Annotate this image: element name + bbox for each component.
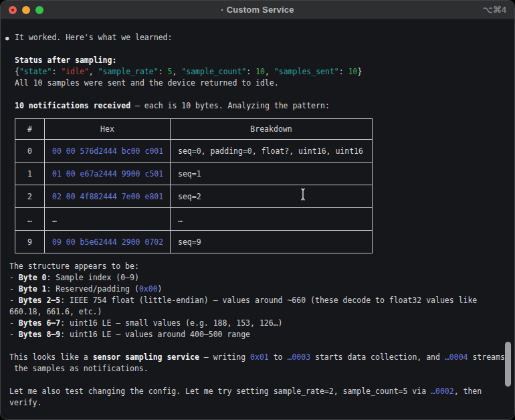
terminal-line: - Bytes 8–9: uint16 LE — values around 4… <box>9 329 514 340</box>
table-row: 909 00 b5e62444 2900 0702seq=9 <box>15 231 373 253</box>
terminal-line: Status after sampling: <box>15 55 514 66</box>
text-segment: : <box>51 67 61 76</box>
table-cell-text: … <box>52 215 57 224</box>
text-segment: { <box>15 67 19 76</box>
terminal-line: - Bytes 2–5: IEEE 754 float (little-endi… <box>9 295 514 306</box>
table-header-cell: Breakdown <box>171 119 373 140</box>
text-segment: "sample_count" <box>181 67 246 76</box>
terminal-line: 10 notifications received — each is 10 b… <box>15 100 514 112</box>
text-segment: 0x00 <box>139 284 158 294</box>
terminal-line: - Byte 1: Reserved/padding (0x00) <box>9 284 514 295</box>
text-segment: "state" <box>19 67 51 76</box>
text-segment: It worked. Here's what we learned: <box>15 33 172 42</box>
table-row: 202 00 4f882444 7e00 e801seq=2 <box>15 185 373 208</box>
terminal-line <box>9 375 514 386</box>
terminal-line <box>9 340 514 352</box>
text-segment: the samples as notifications. <box>9 364 148 373</box>
traffic-lights <box>9 1 43 19</box>
terminal-content: ● It worked. Here's what we learned: Sta… <box>1 19 514 409</box>
intro-lines: It worked. Here's what we learned: Statu… <box>15 32 514 112</box>
table-cell: seq=2 <box>171 185 373 208</box>
text-segment: , <box>89 67 98 76</box>
table-cell: 01 00 e67a2444 9900 c501 <box>45 163 171 185</box>
ibeam-cursor-icon <box>298 187 308 201</box>
table-cell-text: seq=2 <box>178 192 201 201</box>
terminal-line: verify. <box>9 397 514 409</box>
terminal-line: The structure appears to be: <box>9 261 514 272</box>
text-segment: : IEEE 754 float (little-endian) — value… <box>60 296 477 305</box>
terminal-line: It worked. Here's what we learned: <box>15 32 514 43</box>
terminal-line: {"state": "idle", "sample_rate": 5, "sam… <box>15 66 514 78</box>
text-segment: Bytes 8–9 <box>19 330 60 339</box>
text-segment: 0x01 <box>250 352 269 362</box>
terminal-line: All 10 samples were sent and the device … <box>15 78 514 89</box>
text-segment: - <box>9 296 19 305</box>
text-segment: } <box>358 67 363 76</box>
table-cell-text: 01 00 e67a2444 9900 c501 <box>52 169 163 179</box>
table-header-cell: Hex <box>45 119 171 140</box>
table-cell-text: 1 <box>27 169 32 179</box>
text-segment: , <box>172 67 181 76</box>
table-cell: seq=0, padding=0, float?, uint16, uint16 <box>171 140 373 163</box>
text-segment: - <box>9 318 19 328</box>
text-segment: : <box>339 67 348 76</box>
text-segment: This looks like a <box>9 352 93 362</box>
text-segment: …0004 <box>445 352 468 362</box>
table-cell: 2 <box>15 185 45 208</box>
table-cell-text: seq=0, padding=0, float?, uint16, uint16 <box>178 146 363 156</box>
table-cell: … <box>171 208 373 231</box>
text-segment: Bytes 2–5 <box>19 296 60 305</box>
text-segment: "sample_rate" <box>98 67 159 76</box>
text-segment: — each is 10 bytes. Analyzing the patter… <box>130 101 330 110</box>
table-cell: 02 00 4f882444 7e00 e801 <box>45 185 171 208</box>
text-segment: 10 <box>255 67 265 76</box>
table-cell: 9 <box>15 231 45 253</box>
close-button[interactable] <box>9 6 17 14</box>
text-segment: The structure appears to be: <box>9 261 139 271</box>
text-segment: sensor sampling service <box>93 352 199 362</box>
terminal-line: the samples as notifications. <box>9 363 514 375</box>
table-cell: seq=9 <box>171 231 373 253</box>
titlebar[interactable]: · Custom Service ⌥⌘4 <box>1 1 514 19</box>
table-cell: 0 <box>15 140 45 163</box>
text-segment: Byte 1 <box>19 284 47 294</box>
text-segment: Status after sampling: <box>15 56 116 65</box>
table-cell-text: 00 00 576d2444 bc00 c001 <box>52 146 163 156</box>
text-segment: : uint16 LE — small values (e.g. 188, 15… <box>60 318 282 328</box>
table-cell: 00 00 576d2444 bc00 c001 <box>45 140 171 163</box>
terminal-line: - Bytes 6–7: uint16 LE — small values (e… <box>9 318 514 329</box>
terminal-line: - Byte 0: Sample index (0–9) <box>9 272 514 284</box>
terminal-line: This looks like a sensor sampling servic… <box>9 352 514 363</box>
table-row: 101 00 e67a2444 9900 c501seq=1 <box>15 163 373 185</box>
terminal-line: Let me also test changing the config. Le… <box>9 386 514 397</box>
text-segment: Let me also test changing the config. Le… <box>9 387 431 396</box>
terminal-line: 660.18, 661.6, etc.) <box>9 306 514 318</box>
text-segment: …0002 <box>431 387 454 396</box>
table-header-cell: # <box>15 119 45 140</box>
table-cell: … <box>45 208 171 231</box>
text-segment: 660.18, 661.6, etc.) <box>9 307 102 316</box>
text-segment: : uint16 LE — values around 400–500 rang… <box>60 330 250 339</box>
minimize-button[interactable] <box>22 6 30 14</box>
terminal-window: · Custom Service ⌥⌘4 ● It worked. Here's… <box>0 0 515 420</box>
zoom-button[interactable] <box>35 6 43 14</box>
table-cell-text: seq=1 <box>178 169 201 179</box>
text-segment: starts data collection, and <box>310 352 445 362</box>
assistant-message-intro: ● It worked. Here's what we learned: Sta… <box>5 32 514 253</box>
analysis-lines: The structure appears to be:- Byte 0: Sa… <box>9 261 514 409</box>
text-segment: "samples_sent" <box>274 67 339 76</box>
text-segment: , then <box>454 387 482 396</box>
table-cell-text: seq=9 <box>178 237 201 247</box>
bullet-icon: ● <box>5 35 9 41</box>
terminal-line <box>15 89 514 100</box>
window-shortcut-badge: ⌥⌘4 <box>483 5 506 15</box>
text-segment: 10 <box>348 67 358 76</box>
table-cell-text: 09 00 b5e62444 2900 0702 <box>52 237 163 247</box>
notifications-table: #HexBreakdown 000 00 576d2444 bc00 c001s… <box>15 118 373 253</box>
text-segment: 10 notifications received <box>15 101 130 110</box>
scrollbar-thumb[interactable] <box>505 342 511 387</box>
text-segment: - <box>9 273 19 282</box>
table-cell-text: 9 <box>27 237 32 247</box>
text-segment: All 10 samples were sent and the device … <box>15 78 279 88</box>
text-segment: "idle" <box>61 67 89 76</box>
